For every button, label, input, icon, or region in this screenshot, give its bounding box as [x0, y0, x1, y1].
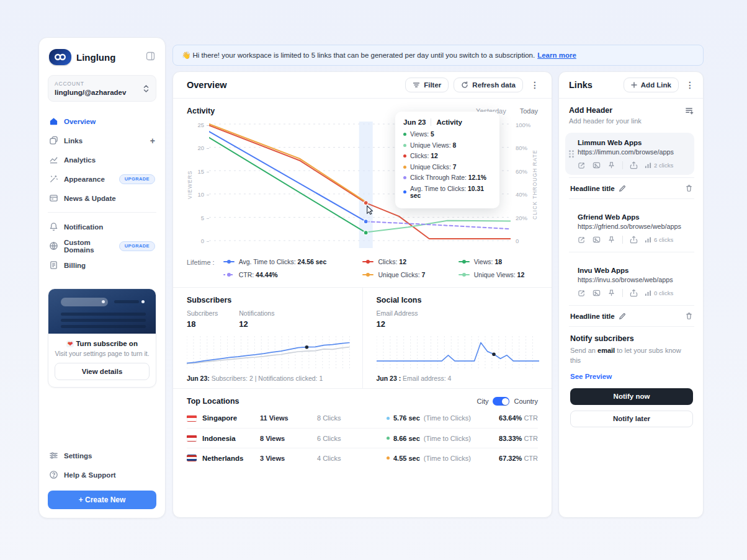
divider	[569, 198, 694, 199]
lifetime-legend: Lifetime : Avg. Time to Clicks: 24.56 se…	[173, 248, 552, 287]
app-background: Linglung ACCOUNT linglung/@azharadev Ove…	[0, 0, 747, 560]
globe-icon	[49, 241, 58, 251]
social-caption: Jun 23 : Email address: 4	[377, 375, 540, 382]
help-icon	[49, 470, 58, 479]
share-icon[interactable]	[630, 161, 638, 169]
promo-title: ❤Turn subscribe on	[55, 340, 150, 347]
link-title: Limmun Web Apps	[578, 139, 688, 146]
subscribers-title: Subscribers	[187, 296, 350, 304]
sidebar-item-label: Overview	[64, 118, 155, 125]
sidebar-collapse-icon[interactable]	[146, 51, 155, 63]
create-new-button[interactable]: + Create New	[48, 491, 156, 509]
top-locations-title: Top Locations	[187, 397, 477, 406]
notify-later-button[interactable]: Notify later	[570, 411, 693, 427]
stat-value: 12	[239, 319, 274, 329]
right-axis-label: CLICK THROUGH RATE	[532, 122, 538, 248]
add-header-subtitle: Add header for your link	[569, 117, 685, 125]
sidebar-item-custom-domains[interactable]: Custom Domains UPGRADE	[48, 236, 156, 256]
links-title: Links	[569, 80, 619, 90]
stat-value: 18	[187, 319, 218, 329]
notify-now-button[interactable]: Notify now	[570, 388, 693, 405]
sidebar-item-label: Settings	[64, 452, 155, 460]
share-icon[interactable]	[630, 236, 638, 244]
top-locations-section: Top Locations City Country Singapore 11 …	[173, 389, 552, 473]
home-icon	[49, 117, 58, 126]
activity-chart[interactable]: Jun 23 Activity Views: 5 Unique Views: 8…	[209, 122, 511, 248]
link-card-invu[interactable]: Invu Web Apps https://invu.so/browse/web…	[565, 260, 694, 303]
sidebar-item-analytics[interactable]: Analytics	[48, 150, 156, 169]
stat-value: 12	[377, 319, 418, 329]
drag-handle-icon[interactable]	[569, 150, 574, 158]
link-card-gfriend[interactable]: Gfriend Web Apps https://gfriend.so/brow…	[565, 207, 694, 249]
tooltip-title: Activity	[436, 118, 462, 126]
refresh-data-button[interactable]: Refresh data	[454, 78, 523, 92]
legend-item: Unique Views: 12	[458, 271, 538, 278]
account-switcher[interactable]: ACCOUNT linglung/@azharadev	[48, 75, 156, 102]
trash-icon[interactable]	[685, 184, 693, 192]
sidebar-item-news-update[interactable]: News & Update	[48, 189, 156, 208]
link-icon[interactable]	[578, 289, 586, 297]
banner-text: 👋 Hi there! your workspace is limited to…	[182, 51, 535, 60]
list-plus-icon[interactable]	[685, 106, 694, 118]
heart-icon: ❤	[66, 340, 74, 347]
tooltip-row: Click Through Rate: 12.1%	[403, 174, 491, 181]
chevron-updown-icon	[143, 84, 150, 93]
singapore-flag-icon	[187, 415, 197, 422]
pin-icon[interactable]	[607, 236, 615, 244]
overview-menu-icon[interactable]: ⋮	[528, 79, 542, 91]
link-icon[interactable]	[578, 161, 586, 169]
sidebar-item-label: Appearance	[64, 176, 114, 183]
headline-row: Headline title	[569, 306, 694, 326]
news-icon	[49, 193, 58, 203]
sidebar-item-settings[interactable]: Settings	[48, 446, 156, 465]
add-header-row[interactable]: Add Header Add header for your link	[569, 106, 694, 125]
add-link-button[interactable]: Add Link	[624, 78, 679, 92]
upgrade-badge: UPGRADE	[119, 174, 155, 184]
sidebar-item-help-support[interactable]: Help & Support	[48, 465, 156, 484]
left-axis: VIEWERS 2520151050	[187, 122, 209, 248]
link-url: https://limmun.com/browse/apps	[578, 148, 688, 156]
sidebar-item-label: Links	[64, 137, 145, 144]
thumbnail-icon[interactable]	[593, 161, 601, 169]
promo-illustration	[48, 289, 156, 334]
share-icon[interactable]	[630, 289, 638, 297]
tooltip-row: Unique Views: 8	[403, 142, 491, 149]
sidebar-item-appearance[interactable]: Appearance UPGRADE	[48, 169, 156, 189]
notify-title: Notify subcribers	[570, 334, 693, 343]
see-preview-link[interactable]: See Preview	[570, 373, 612, 380]
trash-icon[interactable]	[685, 312, 693, 320]
stat-label: Email Address	[377, 309, 418, 317]
social-sparkline[interactable]	[377, 335, 540, 368]
add-link-quick-icon[interactable]: +	[150, 136, 155, 146]
subscribers-sparkline[interactable]	[187, 335, 350, 368]
link-url: https://invu.so/browse/web/apps	[578, 276, 688, 283]
left-axis-label: VIEWERS	[187, 122, 193, 248]
city-country-toggle[interactable]	[493, 397, 509, 406]
sidebar-item-links[interactable]: Links +	[48, 131, 156, 150]
tooltip-row: Unique Clicks: 7	[403, 164, 491, 171]
edit-pencil-icon[interactable]	[619, 313, 626, 320]
overview-panel: Overview Filter Refresh data ⋮ Activity …	[172, 71, 552, 518]
sidebar-item-notification[interactable]: Notification	[48, 217, 156, 236]
learn-more-link[interactable]: Learn more	[537, 51, 576, 59]
range-today[interactable]: Today	[520, 107, 538, 115]
subscribers-caption: Jun 23: Subscribers: 2 | Notifications c…	[187, 375, 350, 382]
pin-icon[interactable]	[607, 289, 615, 297]
stat-label: Subcribers	[187, 309, 218, 317]
brand-row: Linglung	[49, 49, 155, 65]
sidebar-item-label: Custom Domains	[64, 239, 114, 254]
view-details-button[interactable]: View details	[55, 363, 150, 380]
links-menu-icon[interactable]: ⋮	[683, 79, 697, 91]
legend-item: Clicks: 12	[362, 258, 442, 265]
link-card-limmun[interactable]: Limmun Web Apps https://limmun.com/brows…	[565, 133, 694, 175]
thumbnail-icon[interactable]	[593, 236, 601, 244]
sidebar-item-overview[interactable]: Overview	[48, 112, 156, 131]
sidebar-item-billing[interactable]: Billing	[48, 256, 156, 275]
filter-button[interactable]: Filter	[405, 78, 449, 92]
pin-icon[interactable]	[607, 161, 615, 169]
edit-pencil-icon[interactable]	[619, 185, 626, 192]
thumbnail-icon[interactable]	[593, 289, 601, 297]
subscribers-section: Subscribers Subcribers18 Notifications12…	[173, 288, 362, 388]
tooltip-row: Clicks: 12	[403, 153, 491, 159]
link-icon[interactable]	[578, 236, 586, 244]
